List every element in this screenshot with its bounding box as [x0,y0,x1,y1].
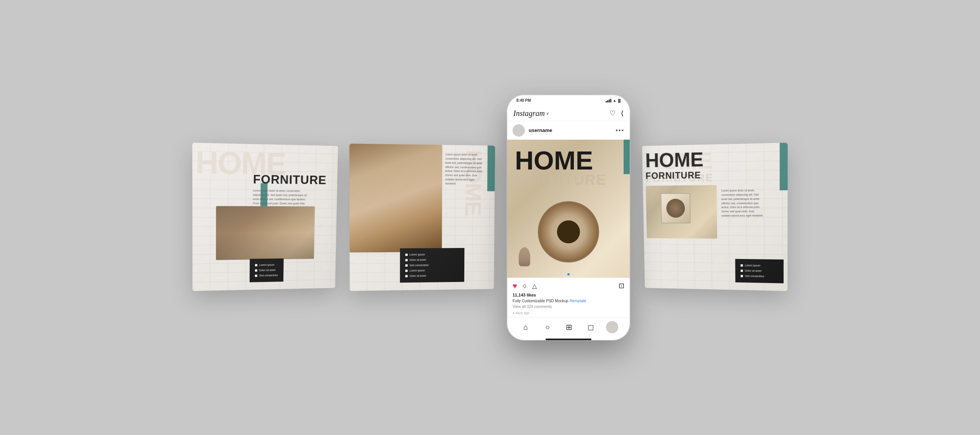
post-teal-accent [624,140,630,174]
card3-forniture-title: FORNITURE [645,169,701,181]
social-card-3: HOME FORNITURE HOME FORNITURE Lorem ipsu… [642,143,788,291]
heart-outline-icon[interactable]: ♡ [609,109,616,117]
likes-count: 11,143 likes [513,293,624,297]
card1-list-box: Lorem ipsum Dolor sit amet Sed consectet… [250,258,284,282]
view-comments[interactable]: View all 328 comments [513,305,624,309]
card3-list-box: Lorem ipsum Dolor sit amet Sed consectet… [735,259,784,283]
header-icons: ♡ ⟩ [609,109,624,117]
dot-3 [572,273,573,275]
send-icon[interactable]: ⟩ [621,109,624,117]
post-image: HOME FORNITURE [507,140,630,278]
post-art-decoration [538,201,599,262]
social-card-2: HOME Lorem ipsum dolor sit amet, consect… [350,143,495,291]
instagram-logo: Instagram ∨ [513,109,549,118]
nav-profile-icon[interactable] [606,321,618,333]
card2-teal [487,145,495,191]
chevron-down-icon: ∨ [546,111,549,116]
profile-row: username ••• [507,121,630,140]
post-vase-decor [519,247,530,266]
dot-1 [564,273,565,275]
home-indicator [546,339,591,340]
nav-add-icon[interactable]: ⊞ [562,320,576,334]
card3-teal-accent [780,143,788,190]
status-icons: ▲ ▓ [606,98,621,103]
post-caption: Fully Customizable PSD Mockup #template [513,298,624,304]
phone-mockup: 8:40 PM ▲ ▓ Instagram ∨ [507,95,630,340]
status-bar: 8:40 PM ▲ ▓ [507,95,630,106]
post-home-text: HOME [515,147,593,173]
action-icons-row: ♥ ○ △ ⊡ [513,282,624,290]
like-icon[interactable]: ♥ [513,282,517,290]
card3-home-title: HOME [645,149,704,170]
signal-icon [606,99,611,103]
post-dots-indicator [564,273,573,275]
social-card-1: HOME FORNITURE Lorem ipsum dolor sit ame… [192,143,338,291]
nav-search-icon[interactable]: ○ [541,320,554,334]
more-options-icon[interactable]: ••• [616,127,624,134]
card2-sofa-photo [350,143,443,253]
card1-forniture-title: FORNITURE [253,172,327,187]
card2-body: Lorem ipsum dolor sit amet, consectetur … [445,152,485,186]
battery-icon: ▓ [618,99,621,103]
nav-home-icon[interactable]: ⌂ [519,320,532,334]
wifi-icon: ▲ [613,98,617,103]
card3-art-frame [661,193,691,223]
status-time: 8:40 PM [516,98,531,103]
post-timestamp: 4 days ago [513,311,624,315]
bottom-navigation: ⌂ ○ ⊞ ◻ [507,317,630,337]
post-actions: ♥ ○ △ ⊡ 11,143 likes Fully Customizable … [507,278,630,317]
instagram-header: Instagram ∨ ♡ ⟩ [507,106,630,121]
phone-body: 8:40 PM ▲ ▓ Instagram ∨ [507,95,630,340]
card3-body: Lorem ipsum dolor sit amet, consectetur … [721,188,764,218]
nav-shop-icon[interactable]: ◻ [584,320,598,334]
avatar [513,124,525,137]
bookmark-icon[interactable]: ⊡ [619,282,624,290]
dot-2[interactable] [567,273,570,275]
comment-icon[interactable]: ○ [523,282,527,290]
card2-list-box: Lorem ipsum Dolor sit amet Sed consectet… [400,248,464,283]
card1-dining-photo [216,206,315,260]
avatar-name-group: username [513,124,552,137]
card3-room-photo [646,185,717,238]
username-label: username [529,127,552,133]
main-scene: HOME FORNITURE Lorem ipsum dolor sit ame… [69,46,911,390]
card3-art-circle [666,199,685,218]
share-icon[interactable]: △ [532,282,537,290]
